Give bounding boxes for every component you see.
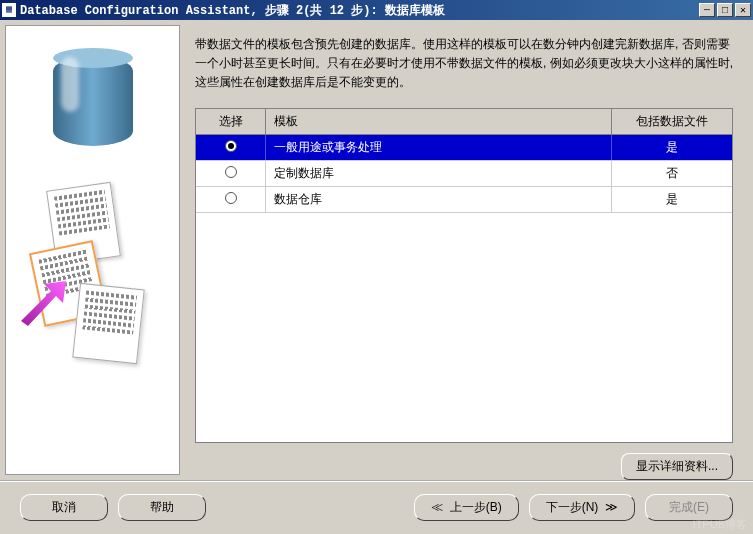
include-value: 否: [612, 161, 732, 186]
content-area: 带数据文件的模板包含预先创建的数据库。使用这样的模板可以在数分钟内创建完新数据库…: [0, 20, 753, 480]
template-name: 定制数据库: [266, 161, 612, 186]
header-include: 包括数据文件: [612, 109, 732, 134]
database-cylinder-icon: [53, 56, 133, 146]
next-label: 下一步(N): [546, 500, 599, 514]
footer-right: ≪ 上一步(B) 下一步(N) ≫ 完成(E): [414, 494, 733, 521]
description-text: 带数据文件的模板包含预先创建的数据库。使用这样的模板可以在数分钟内创建完新数据库…: [195, 35, 733, 93]
watermark-text: ITPUB博客: [693, 517, 747, 532]
table-row[interactable]: 数据仓库 是: [196, 187, 732, 213]
table-header: 选择 模板 包括数据文件: [196, 109, 732, 135]
table-row[interactable]: 一般用途或事务处理 是: [196, 135, 732, 161]
titlebar: ▦ Database Configuration Assistant, 步骤 2…: [0, 0, 753, 20]
app-icon: ▦: [2, 3, 16, 17]
radio-selected-icon[interactable]: [225, 140, 237, 152]
main-panel: 带数据文件的模板包含预先创建的数据库。使用这样的模板可以在数分钟内创建完新数据库…: [185, 20, 753, 480]
close-button[interactable]: ✕: [735, 3, 751, 17]
template-name: 一般用途或事务处理: [266, 135, 612, 160]
window-controls: ─ □ ✕: [699, 3, 751, 17]
template-table: 选择 模板 包括数据文件 一般用途或事务处理 是 定制数据库 否 数据仓库 是: [195, 108, 733, 443]
footer-left: 取消 帮助: [20, 494, 206, 521]
svg-marker-0: [21, 281, 66, 326]
window-title: Database Configuration Assistant, 步骤 2(共…: [20, 2, 699, 19]
show-details-button[interactable]: 显示详细资料...: [621, 453, 733, 480]
footer-buttons: 取消 帮助 ≪ 上一步(B) 下一步(N) ≫ 完成(E): [0, 480, 753, 533]
document-icon: [72, 283, 144, 364]
minimize-button[interactable]: ─: [699, 3, 715, 17]
next-button[interactable]: 下一步(N) ≫: [529, 494, 635, 521]
radio-cell[interactable]: [196, 135, 266, 160]
include-value: 是: [612, 135, 732, 160]
table-row[interactable]: 定制数据库 否: [196, 161, 732, 187]
header-template: 模板: [266, 109, 612, 134]
cancel-button[interactable]: 取消: [20, 494, 108, 521]
sidebar-illustration: [5, 25, 180, 475]
radio-cell[interactable]: [196, 161, 266, 186]
arrow-icon: [16, 276, 66, 326]
radio-cell[interactable]: [196, 187, 266, 212]
radio-icon[interactable]: [225, 166, 237, 178]
help-button[interactable]: 帮助: [118, 494, 206, 521]
header-select: 选择: [196, 109, 266, 134]
template-name: 数据仓库: [266, 187, 612, 212]
include-value: 是: [612, 187, 732, 212]
back-button[interactable]: ≪ 上一步(B): [414, 494, 519, 521]
radio-icon[interactable]: [225, 192, 237, 204]
maximize-button[interactable]: □: [717, 3, 733, 17]
detail-button-row: 显示详细资料...: [195, 453, 733, 480]
back-label: 上一步(B): [450, 500, 502, 514]
